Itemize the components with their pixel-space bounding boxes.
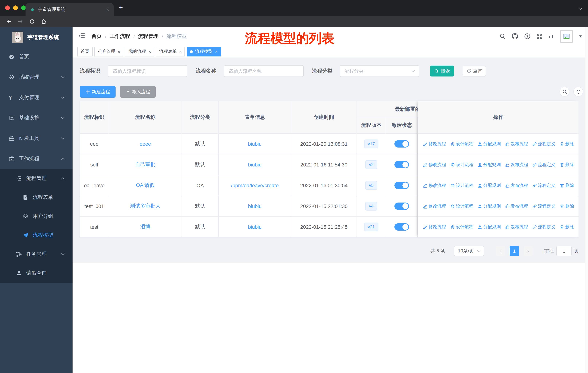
modify-process-link[interactable]: 修改流程	[423, 203, 446, 209]
form-info-link[interactable]: /bpm/oa/leave/create	[231, 182, 279, 188]
page-number-current[interactable]: 1	[510, 246, 519, 256]
tag-my-process[interactable]: 我的流程 ×	[125, 47, 154, 56]
process-name-link[interactable]: 自己审批	[135, 161, 156, 168]
modify-process-link[interactable]: 修改流程	[423, 161, 446, 168]
tab-search-chevron-icon[interactable]	[578, 7, 582, 11]
search-icon[interactable]	[499, 33, 505, 39]
sidebar-item-home[interactable]: 首页	[0, 47, 73, 67]
github-icon[interactable]	[512, 33, 518, 39]
publish-process-link[interactable]: 发布流程	[505, 141, 528, 147]
active-toggle[interactable]	[394, 140, 409, 148]
tag-tenant[interactable]: 租户管理 ×	[94, 47, 123, 56]
sidebar-item-workflow[interactable]: 工作流程	[0, 149, 73, 169]
delete-link[interactable]: 删除	[559, 182, 574, 189]
filter-key-input[interactable]	[108, 65, 187, 77]
process-definition-link[interactable]: 流程定义	[532, 203, 555, 209]
show-search-button[interactable]	[560, 87, 569, 97]
assign-rule-link[interactable]: 分配规则	[477, 141, 501, 147]
form-info-link[interactable]: biubiu	[248, 224, 262, 230]
tag-process-model[interactable]: 流程模型 ×	[187, 47, 221, 56]
process-definition-link[interactable]: 流程定义	[532, 224, 555, 230]
publish-process-link[interactable]: 发布流程	[505, 161, 528, 168]
form-info-link[interactable]: biubiu	[248, 162, 262, 168]
sidebar-item-payment[interactable]: ¥ 支付管理	[0, 87, 73, 108]
sidebar-item-process-model[interactable]: 流程模型	[0, 226, 73, 245]
tag-close-icon[interactable]: ×	[179, 49, 182, 54]
filter-category-select[interactable]: 流程分类	[340, 65, 419, 77]
assign-rule-link[interactable]: 分配规则	[477, 182, 501, 189]
process-definition-link[interactable]: 流程定义	[532, 182, 555, 189]
process-name-link[interactable]: 滔博	[140, 224, 150, 230]
publish-process-link[interactable]: 发布流程	[505, 224, 528, 230]
tag-close-icon[interactable]: ×	[148, 49, 151, 54]
active-toggle[interactable]	[394, 161, 409, 168]
new-tab-button[interactable]: +	[119, 4, 123, 12]
avatar-caret-icon[interactable]	[579, 35, 582, 37]
process-name-link[interactable]: OA 请假	[136, 182, 155, 189]
sidebar-item-process-form[interactable]: 流程表单	[0, 188, 73, 207]
create-process-button[interactable]: 新建流程	[80, 86, 116, 98]
active-toggle[interactable]	[394, 223, 409, 231]
modify-process-link[interactable]: 修改流程	[423, 182, 446, 189]
next-page-button[interactable]: ›	[524, 246, 533, 256]
active-toggle[interactable]	[394, 202, 409, 210]
delete-link[interactable]: 删除	[559, 161, 574, 168]
assign-rule-link[interactable]: 分配规则	[477, 203, 501, 209]
design-process-link[interactable]: 设计流程	[450, 161, 473, 168]
tag-close-icon[interactable]: ×	[215, 49, 218, 54]
reload-icon[interactable]	[29, 19, 35, 24]
modify-process-link[interactable]: 修改流程	[423, 224, 446, 230]
browser-tab[interactable]: 芋道管理系统 ×	[26, 3, 114, 16]
sidebar-item-leave-query[interactable]: 请假查询	[0, 264, 73, 283]
minimize-window-button[interactable]	[13, 5, 18, 10]
publish-process-link[interactable]: 发布流程	[505, 203, 528, 209]
process-name-link[interactable]: 测试多审批人	[130, 203, 161, 210]
tag-process-form[interactable]: 流程表单 ×	[156, 47, 185, 56]
sidebar-item-devtools[interactable]: 研发工具	[0, 128, 73, 149]
refresh-table-button[interactable]	[573, 87, 583, 97]
page-scrollbar[interactable]	[585, 27, 588, 373]
tag-close-icon[interactable]: ×	[118, 49, 120, 54]
back-icon[interactable]	[6, 19, 12, 24]
modify-process-link[interactable]: 修改流程	[423, 141, 446, 147]
forward-icon[interactable]	[18, 19, 23, 24]
process-definition-link[interactable]: 流程定义	[532, 141, 555, 147]
delete-link[interactable]: 删除	[559, 224, 574, 230]
home-icon[interactable]	[41, 19, 47, 24]
assign-rule-link[interactable]: 分配规则	[477, 224, 501, 230]
font-size-icon[interactable]: TT	[548, 33, 554, 39]
zoom-window-button[interactable]	[21, 5, 26, 10]
breadcrumb-process-management[interactable]: 流程管理	[138, 33, 158, 40]
search-button[interactable]: 搜索	[430, 66, 454, 77]
active-toggle[interactable]	[394, 182, 409, 189]
design-process-link[interactable]: 设计流程	[450, 182, 473, 189]
process-name-link[interactable]: eeee	[140, 141, 151, 147]
sidebar-item-user-group[interactable]: 用户分组	[0, 207, 73, 226]
prev-page-button[interactable]: ‹	[496, 246, 505, 256]
form-info-link[interactable]: biubiu	[248, 203, 262, 209]
form-info-link[interactable]: biubiu	[248, 141, 262, 147]
tag-home[interactable]: 首页	[77, 47, 93, 56]
filter-name-input[interactable]	[224, 65, 304, 77]
delete-link[interactable]: 删除	[559, 141, 574, 147]
import-process-button[interactable]: 导入流程	[120, 86, 156, 98]
design-process-link[interactable]: 设计流程	[450, 224, 473, 230]
design-process-link[interactable]: 设计流程	[450, 141, 473, 147]
process-definition-link[interactable]: 流程定义	[532, 161, 555, 168]
goto-page-input[interactable]	[556, 246, 572, 256]
sidebar-item-process-management[interactable]: 流程管理	[0, 169, 73, 188]
sidebar-logo[interactable]: 芋道管理系统	[0, 27, 73, 47]
breadcrumb-workflow[interactable]: 工作流程	[110, 33, 130, 40]
assign-rule-link[interactable]: 分配规则	[477, 161, 501, 168]
sidebar-item-infrastructure[interactable]: 基础设施	[0, 108, 73, 128]
breadcrumb-home[interactable]: 首页	[92, 33, 102, 40]
sidebar-fold-icon[interactable]	[78, 33, 85, 39]
sidebar-item-system[interactable]: 系统管理	[0, 67, 73, 87]
tab-close-icon[interactable]: ×	[106, 7, 109, 12]
fullscreen-icon[interactable]	[536, 33, 542, 39]
reset-button[interactable]: 重置	[462, 66, 486, 77]
help-icon[interactable]	[524, 33, 530, 39]
design-process-link[interactable]: 设计流程	[450, 203, 473, 209]
sidebar-item-task-management[interactable]: 任务管理	[0, 245, 73, 264]
user-avatar[interactable]	[560, 30, 573, 42]
